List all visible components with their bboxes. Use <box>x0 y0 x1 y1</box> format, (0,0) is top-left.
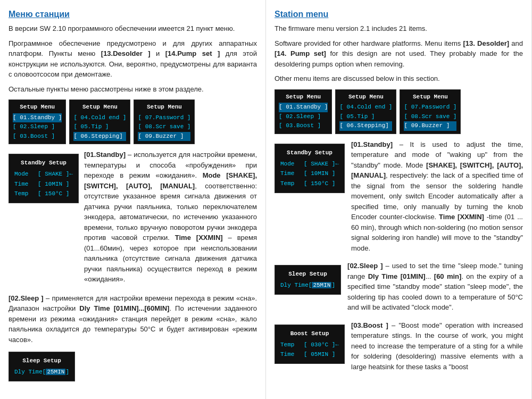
menu-item-tip: [ 05.Tip ] <box>73 122 126 132</box>
standby-right-row-temp: Temp [ 150°C ] <box>280 179 339 189</box>
right-menu-box-3: Setup Menu [ 07.Password ] [ 08.Scr save… <box>400 89 461 134</box>
boost-panel-title-right: Boost Setup <box>280 329 339 339</box>
menu-box-2: Setup Menu [ 04.Cold end ] [ 05.Tip ] [ … <box>69 99 130 144</box>
standby-right-row-mode: Mode [ SHAKE ]← <box>280 159 339 169</box>
menu-box-1: Setup Menu [ 01.Standby ] [ 02.Sleep ] [… <box>9 99 66 144</box>
right-menu-item-standby: [ 01.Standby ] <box>279 103 328 112</box>
right-entry-01-wrap: Standby Setup Mode [ SHAKE ]← Time [ 10M… <box>275 139 523 258</box>
boost-right-row-temp: Temp [ 030°C ]← <box>280 340 339 350</box>
right-p1: The firmware menu version 2.1 includes 2… <box>275 23 523 34</box>
standby-row-temp: Temp [ 150°C ] <box>14 189 73 199</box>
menu-item-scrsave: [ 08.Scr save ] <box>138 122 190 132</box>
right-entry-02-panel-text: Sleep Setup Dly Time[25MIN] [02.Sleep ] … <box>275 261 523 317</box>
entry-02-sleep-wrap: [02.Sleep ] – применяется для настройки … <box>9 293 257 386</box>
left-p3: Остальные пункты меню рассмотрены ниже в… <box>9 84 257 95</box>
right-menu-item-password: [ 07.Password ] <box>404 103 456 112</box>
sleep-row-dlytime: Dly Time[25MIN] <box>14 367 69 377</box>
sleep-panel-left: Sleep Setup Dly Time[25MIN] <box>9 352 75 381</box>
standby-right-row-time: Time [ 10MIN ] <box>280 169 339 179</box>
right-menu-box-1: Setup Menu [ 01.Standby ] [ 02.Sleep ] [… <box>275 89 332 134</box>
standby-panel-left: Standby Setup Mode [ SHAKE ]← Time [ 10M… <box>9 154 79 203</box>
right-menu-item-buzzer: [ 09.Buzzer ] <box>404 121 456 131</box>
right-p2: Software provided for other hardware pla… <box>275 38 523 70</box>
sleep-panel-title-right: Sleep Setup <box>280 269 335 279</box>
right-entry-03-panel-text: Boost Setup Temp [ 030°C ]← Time [ 05MIN… <box>275 320 523 377</box>
right-entry-02-text: [02.Sleep ] – used to set the time "slee… <box>347 261 523 317</box>
right-menu-box-3-title: Setup Menu <box>404 93 456 102</box>
menu-item-boost: [ 03.Boost ] <box>13 132 62 142</box>
standby-row-mode: Mode [ SHAKE ]← <box>14 169 73 179</box>
right-menu-item-sleep: [ 02.Sleep ] <box>279 112 328 122</box>
standby-row-time: Time [ 10MIN ] <box>14 179 73 189</box>
left-p1: В версии SW 2.10 программного обеспечени… <box>9 23 257 34</box>
right-menu-item-stepping: [ 06.Stepping] <box>339 121 392 131</box>
menu-box-3-title: Setup Menu <box>138 103 190 112</box>
entry-01-text: [01.Standby] – используется для настройк… <box>84 149 257 289</box>
left-menu-boxes: Setup Menu [ 01.Standby ] [ 02.Sleep ] [… <box>9 99 257 144</box>
left-p2: Программное обеспечение предусмотрено и … <box>9 38 257 80</box>
entry-01-standby-wrap: Standby Setup Mode [ SHAKE ]← Time [ 10M… <box>9 149 257 289</box>
sleep-right-row-dlytime: Dly Time[25MIN] <box>280 280 335 290</box>
menu-box-1-title: Setup Menu <box>13 103 62 112</box>
standby-panel-title-left: Standby Setup <box>14 158 73 168</box>
right-p3: Other menu items are discussed below in … <box>275 73 523 84</box>
menu-box-2-title: Setup Menu <box>73 103 126 112</box>
menu-item-buzzer: [ 09.Buzzer ] <box>138 132 190 142</box>
standby-panel-right: Standby Setup Mode [ SHAKE ]← Time [ 10M… <box>275 144 345 193</box>
menu-item-stepping: [ 06.Stepping] <box>73 132 126 142</box>
right-menu-item-coldend: [ 04.Cold end ] <box>339 103 392 112</box>
menu-item-coldend: [ 04.Cold end ] <box>73 113 126 123</box>
left-title: Меню станции <box>9 10 257 19</box>
left-column: Меню станции В версии SW 2.10 программно… <box>0 0 266 399</box>
right-entry-03-text: [03.Boost ] – "Boost mode" operation wit… <box>351 320 523 377</box>
menu-item-password: [ 07.Password ] <box>138 113 190 123</box>
right-entry-01-text: [01.Standby] – It is used to adjust the … <box>351 139 523 258</box>
right-entry-03-wrap: Boost Setup Temp [ 030°C ]← Time [ 05MIN… <box>275 320 523 377</box>
right-menu-item-boost: [ 03.Boost ] <box>279 121 328 131</box>
sleep-panel-right: Sleep Setup Dly Time[25MIN] <box>275 265 341 294</box>
boost-right-row-time: Time [ 05MIN ] <box>280 350 339 360</box>
right-menu-item-tip: [ 05.Tip ] <box>339 112 392 122</box>
right-entry-01-panel-text: Standby Setup Mode [ SHAKE ]← Time [ 10M… <box>275 139 523 258</box>
right-menu-box-1-title: Setup Menu <box>279 93 328 102</box>
standby-panel-title-right: Standby Setup <box>280 148 339 158</box>
menu-box-3: Setup Menu [ 07.Password ] [ 08.Scr save… <box>134 99 195 144</box>
right-column: Station menu The firmware menu version 2… <box>266 0 532 399</box>
boost-panel-right: Boost Setup Temp [ 030°C ]← Time [ 05MIN… <box>275 325 345 364</box>
right-menu-box-2-title: Setup Menu <box>339 93 392 102</box>
right-menu-box-2: Setup Menu [ 04.Cold end ] [ 05.Tip ] [ … <box>335 89 396 134</box>
menu-item-standby: [ 01.Standby ] <box>13 113 62 123</box>
sleep-panel-title-left: Sleep Setup <box>14 356 69 366</box>
right-entry-02-wrap: Sleep Setup Dly Time[25MIN] [02.Sleep ] … <box>275 261 523 317</box>
right-menu-boxes: Setup Menu [ 01.Standby ] [ 02.Sleep ] [… <box>275 89 523 134</box>
right-title: Station menu <box>275 10 523 19</box>
right-menu-item-scrsave: [ 08.Scr save ] <box>404 112 456 122</box>
menu-item-sleep: [ 02.Sleep ] <box>13 122 62 132</box>
